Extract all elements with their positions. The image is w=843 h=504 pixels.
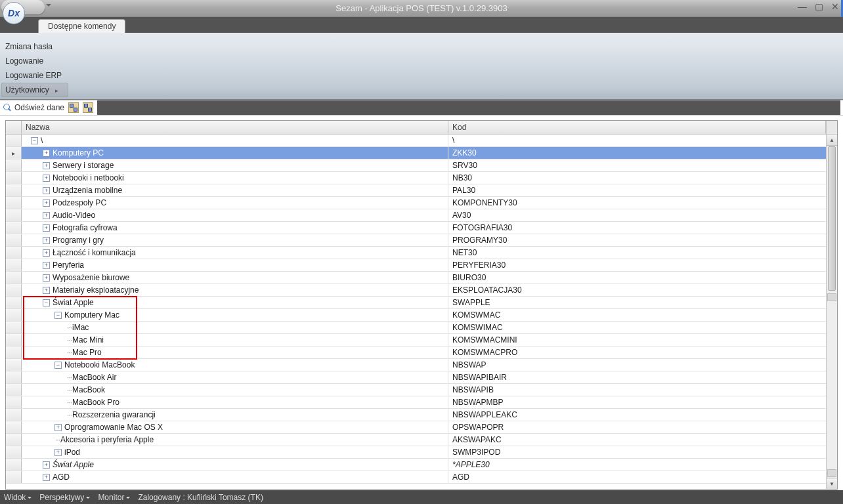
expand-icon[interactable]: + xyxy=(43,274,50,282)
tree-row[interactable]: ···Rozszerzenia gwarancjiNBSWAPPLEAKC xyxy=(6,409,826,421)
expand-icon[interactable]: + xyxy=(43,212,50,219)
close-button[interactable]: ✕ xyxy=(831,1,839,12)
tree-row[interactable]: ···iMacKOMSWIMAC xyxy=(6,322,826,334)
node-label: Notebooki i netbooki xyxy=(53,173,124,182)
row-indicator xyxy=(6,259,22,271)
cell-nazwa: +Łączność i komunikacja xyxy=(22,247,448,259)
menu-uzytkownicy[interactable]: Użytkownicy ▸ xyxy=(1,83,68,97)
expand-icon[interactable]: + xyxy=(43,187,50,194)
expand-icon[interactable]: + xyxy=(54,424,62,431)
cell-nazwa: +iPod xyxy=(22,446,448,458)
expand-icon[interactable]: + xyxy=(43,224,50,232)
row-indicator xyxy=(6,409,22,421)
maximize-button[interactable]: ▢ xyxy=(815,1,823,12)
tree-row[interactable]: ···MacBook AirNBSWAPIBAIR xyxy=(6,371,826,384)
tree-row[interactable]: ···Mac MiniKOMSWMACMINI xyxy=(6,334,826,346)
row-indicator xyxy=(6,309,22,321)
tree-row[interactable]: ···Akcesoria i peryferia AppleAKSWAPAKC xyxy=(6,434,826,446)
row-indicator xyxy=(6,135,22,146)
expand-icon[interactable]: + xyxy=(43,237,50,244)
tree-row[interactable]: +Fotografia cyfrowaFOTOGRAFIA30 xyxy=(6,222,826,234)
minimize-button[interactable]: — xyxy=(798,1,807,12)
chevron-down-icon xyxy=(46,4,51,7)
column-header-nazwa[interactable]: Nazwa xyxy=(22,121,448,134)
cell-kod: SWMP3IPOD xyxy=(448,448,826,457)
expand-icon[interactable]: + xyxy=(43,474,50,481)
node-label: Łączność i komunikacja xyxy=(53,248,136,257)
collapse-icon[interactable]: − xyxy=(31,137,38,144)
tree-row[interactable]: +Wyposażenie biuroweBIURO30 xyxy=(6,272,826,284)
refresh-button[interactable]: Odśwież dane xyxy=(14,103,64,112)
window-title: Sezam - Aplikacja POS (TEST) v.1.0.29.39… xyxy=(335,3,507,13)
node-label: Komputery Mac xyxy=(64,310,119,320)
cell-kod: NBSWAPIBAIR xyxy=(448,373,826,382)
tree-row[interactable]: ···Mac ProKOMSWMACPRO xyxy=(6,346,826,359)
cell-kod: NET30 xyxy=(448,248,826,257)
layout-icon-1[interactable] xyxy=(68,102,79,113)
tree-row[interactable]: +Materiały eksploatacyjneEKSPLOATACJA30 xyxy=(6,284,826,297)
node-label: Peryferia xyxy=(53,261,84,270)
cell-kod: SRV30 xyxy=(448,161,826,170)
tree-row[interactable]: +iPodSWMP3IPOD xyxy=(6,446,826,459)
tree-row[interactable]: +Łączność i komunikacjaNET30 xyxy=(6,247,826,259)
tree-row[interactable]: −Notebooki MacBookNBSWAP xyxy=(6,359,826,371)
expand-icon[interactable]: + xyxy=(43,175,50,182)
node-label: Serwery i storage xyxy=(53,161,114,170)
collapse-icon[interactable]: − xyxy=(43,299,50,306)
row-indicator xyxy=(6,471,22,483)
layout-icon-2[interactable] xyxy=(83,102,93,113)
status-monitor[interactable]: Monitor xyxy=(98,493,130,502)
row-indicator xyxy=(6,434,22,446)
tree-row[interactable]: ▸+Komputery PCZKK30 xyxy=(6,147,826,159)
scroll-up-button[interactable]: ▲ xyxy=(827,135,837,146)
tree-row[interactable]: +Świat Apple*APPLE30 xyxy=(6,459,826,471)
column-header-kod[interactable]: Kod xyxy=(448,121,826,134)
expand-icon[interactable]: + xyxy=(54,449,62,456)
app-menu-button[interactable]: Dx xyxy=(0,0,35,17)
node-label: Audio-Video xyxy=(53,211,95,220)
ribbon: Dostępne komendy Zmiana hasła Logowanie … xyxy=(0,17,843,100)
tree-row[interactable]: −Komputery MacKOMSWMAC xyxy=(6,309,826,322)
row-indicator xyxy=(6,172,22,184)
tree-line: ··· xyxy=(67,385,72,394)
tab-dostepne-komendy[interactable]: Dostępne komendy xyxy=(38,19,125,33)
status-widok[interactable]: Widok xyxy=(4,493,32,502)
tree-row[interactable]: +Oprogramowanie Mac OS XOPSWAPOPR xyxy=(6,421,826,434)
cell-nazwa: −\ xyxy=(22,135,448,146)
tree-row[interactable]: +AGDAGD xyxy=(6,471,826,484)
scroll-thumb[interactable] xyxy=(828,146,836,291)
tree-row[interactable]: +Audio-VideoAV30 xyxy=(6,209,826,222)
tree-row[interactable]: −Świat AppleSWAPPLE xyxy=(6,297,826,309)
expand-icon[interactable]: + xyxy=(43,287,50,294)
cell-kod: AV30 xyxy=(448,211,826,220)
tree-row[interactable]: ···MacBook ProNBSWAPMBP xyxy=(6,396,826,409)
expand-icon[interactable]: + xyxy=(43,461,50,469)
node-label: Podzespoły PC xyxy=(53,198,106,207)
tree-row[interactable]: ···MacBookNBSWAPIB xyxy=(6,384,826,396)
cell-kod: NBSWAPPLEAKC xyxy=(448,410,826,419)
expand-icon[interactable]: + xyxy=(43,262,50,269)
tree-row[interactable]: +Notebooki i netbookiNB30 xyxy=(6,172,826,184)
vertical-scrollbar[interactable]: ▲ ▼ xyxy=(826,135,837,489)
status-zalogowany: Zalogowany : Kufliński Tomasz (TK) xyxy=(138,493,263,502)
cell-nazwa: +Wyposażenie biurowe xyxy=(22,272,448,284)
expand-icon[interactable]: + xyxy=(43,249,50,257)
cell-kod: NBSWAPIB xyxy=(448,385,826,394)
tree-row[interactable]: +Urządzenia mobilnePAL30 xyxy=(6,184,826,197)
status-perspektywy[interactable]: Perspektywy xyxy=(39,493,90,502)
tree-row[interactable]: +Serwery i storageSRV30 xyxy=(6,159,826,172)
expand-icon[interactable]: + xyxy=(43,200,50,207)
tree-row[interactable]: +Programy i gryPROGRAMY30 xyxy=(6,234,826,247)
menu-logowanie-erp[interactable]: Logowanie ERP xyxy=(1,68,68,83)
tree-row[interactable]: +PeryferiaPERYFERIA30 xyxy=(6,259,826,272)
expand-icon[interactable]: + xyxy=(43,162,50,169)
collapse-icon[interactable]: − xyxy=(54,362,62,369)
cell-nazwa: +Podzespoły PC xyxy=(22,197,448,209)
tree-row[interactable]: +Podzespoły PCKOMPONENTY30 xyxy=(6,197,826,209)
expand-icon[interactable]: + xyxy=(43,150,50,157)
collapse-icon[interactable]: − xyxy=(54,312,62,319)
tree-row[interactable]: −\\ xyxy=(6,135,826,147)
menu-zmiana-hasla[interactable]: Zmiana hasła xyxy=(1,39,68,54)
menu-logowanie[interactable]: Logowanie xyxy=(1,54,68,68)
scroll-down-button[interactable]: ▼ xyxy=(827,478,837,489)
